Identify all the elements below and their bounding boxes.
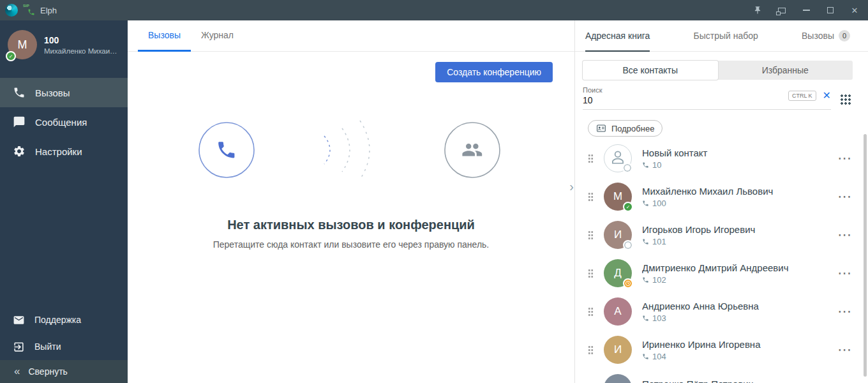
contact-number-text: 103 [652, 313, 666, 323]
contact-name: Игорьков Игорь Игоревич [642, 224, 827, 235]
filter-all-contacts[interactable]: Все контакты [583, 61, 718, 80]
contact-row[interactable]: И Игорьков Игорь Игоревич 101 ⋯ [575, 216, 868, 254]
tab-calls-right[interactable]: Вызовы 0 [802, 20, 850, 52]
contact-info: Андриенко Анна Юрьевна 103 [642, 301, 827, 323]
create-conference-button[interactable]: Создать конференцию [435, 62, 553, 82]
more-options-button[interactable]: ⋯ [837, 232, 851, 238]
shortcut-hint: CTRL K [788, 91, 816, 101]
tab-calls-label: Вызовы [802, 31, 834, 41]
more-options-button[interactable]: ⋯ [837, 193, 851, 200]
avatar-initial: А [614, 305, 621, 318]
contact-info: Игорьков Игорь Игоревич 101 [642, 224, 827, 246]
sidebar: М ✓ 100 Михайленко Михаи… Вызовы Сообщен… [0, 20, 128, 383]
sidebar-spacer [0, 166, 128, 306]
contact-row[interactable]: Новый контакт 10 ⋯ [575, 139, 868, 177]
contact-info: Дмитриенко Дмитрий Андреевич 102 [642, 262, 827, 285]
contact-avatar: И [604, 221, 632, 249]
maximize-button[interactable] [825, 4, 836, 16]
close-icon: ✕ [851, 6, 858, 15]
contact-avatar: Д [604, 259, 632, 287]
contact-info: Ириненко Ирина Игоревна 104 [642, 339, 827, 361]
contact-number: 102 [642, 275, 827, 285]
search-field[interactable]: Поиск 10 CTRL K ✕ [583, 86, 831, 110]
collapse-right-panel-button[interactable]: › [569, 180, 574, 193]
profile-extension: 100 [44, 35, 117, 45]
details-label: Подробнее [611, 124, 654, 133]
pin-icon [753, 6, 762, 15]
avatar-initial: Д [614, 267, 622, 280]
contact-row[interactable]: И Ириненко Ирина Игоревна 104 ⋯ [575, 331, 868, 369]
contact-avatar: П [604, 374, 632, 383]
collapse-label: Свернуть [28, 366, 67, 377]
contact-card-icon [596, 123, 606, 133]
dialpad-icon[interactable] [840, 94, 851, 105]
app-title: Elph [40, 6, 57, 15]
tab-speed-dial[interactable]: Быстрый набор [694, 20, 758, 52]
contact-name: Новый контакт [642, 147, 827, 158]
sidebar-item-logout[interactable]: Выйти [0, 333, 128, 360]
compact-mode-button[interactable] [776, 4, 788, 16]
contact-row[interactable]: А Андриенко Анна Юрьевна 103 ⋯ [575, 292, 868, 331]
contact-row[interactable]: М ✓ Михайленко Михаил Львович 100 ⋯ [575, 177, 868, 216]
more-options-button[interactable]: ⋯ [837, 308, 851, 315]
tab-address-book[interactable]: Адресная книга [585, 20, 650, 52]
titlebar: SIP Elph ✕ [0, 0, 868, 20]
contact-name: Петренко Пётр Петрович [642, 379, 827, 383]
minimize-button[interactable] [800, 4, 812, 16]
drag-handle-icon[interactable] [588, 154, 594, 163]
empty-state: Нет активных вызовов и конференций Перет… [128, 99, 574, 250]
contact-row[interactable]: Д Дмитриенко Дмитрий Андреевич 102 ⋯ [575, 254, 868, 292]
phone-small-icon [642, 315, 649, 322]
tab-calls[interactable]: Вызовы [138, 20, 191, 52]
sidebar-item-support[interactable]: Поддержка [0, 306, 128, 333]
close-button[interactable]: ✕ [849, 4, 860, 16]
main-tabs: Вызовы Журнал [128, 20, 574, 52]
more-options-button[interactable]: ⋯ [837, 347, 851, 353]
online-status-badge: ✓ [6, 51, 16, 61]
search-input[interactable]: 10 [583, 95, 782, 105]
sidebar-item-label: Выйти [34, 342, 61, 352]
drag-handle-icon[interactable] [588, 230, 594, 240]
scrollbar[interactable] [864, 134, 867, 377]
contact-row[interactable]: П Петренко Пётр Петрович ⋯ [575, 369, 868, 383]
contact-number-text: 104 [652, 352, 666, 361]
contact-avatar: И [604, 336, 632, 364]
contact-number: 10 [642, 160, 827, 170]
sidebar-footer: Поддержка Выйти [0, 306, 128, 360]
conference-row: Создать конференцию [128, 52, 574, 82]
status-badge [623, 240, 633, 250]
sidebar-item-messages[interactable]: Сообщения [0, 107, 128, 137]
filter-favorites[interactable]: Избранные [718, 61, 853, 80]
chevron-double-left-icon: « [14, 367, 20, 376]
pin-button[interactable] [752, 4, 763, 16]
sidebar-item-label: Сообщения [35, 117, 87, 128]
contact-number-text: 102 [652, 275, 666, 285]
contact-number-text: 10 [652, 160, 661, 170]
contact-avatar [604, 144, 632, 172]
sip-label: SIP [23, 4, 29, 8]
phone-small-icon [642, 161, 649, 169]
sidebar-item-label: Вызовы [35, 87, 70, 98]
chat-icon [13, 116, 26, 128]
sidebar-item-calls[interactable]: Вызовы [0, 78, 128, 107]
more-options-button[interactable]: ⋯ [837, 270, 851, 276]
clear-search-icon[interactable]: ✕ [823, 91, 831, 101]
sidebar-item-settings[interactable]: Настройки [0, 137, 128, 166]
search-label: Поиск [583, 86, 782, 94]
phone-small-icon [642, 276, 649, 283]
drag-handle-icon[interactable] [588, 307, 594, 317]
avatar-initial: М [613, 190, 622, 203]
collapse-sidebar-button[interactable]: « Свернуть [0, 360, 128, 383]
phone-icon [13, 86, 26, 99]
drag-handle-icon[interactable] [588, 269, 594, 278]
more-options-button[interactable]: ⋯ [837, 155, 851, 161]
drag-handle-icon[interactable] [588, 192, 594, 202]
sidebar-item-label: Поддержка [34, 315, 81, 325]
app-logo-icon [5, 4, 18, 17]
details-button[interactable]: Подробнее [588, 120, 662, 137]
user-profile[interactable]: М ✓ 100 Михайленко Михаи… [0, 20, 128, 69]
drag-handle-icon[interactable] [588, 345, 594, 355]
contact-list: Новый контакт 10 ⋯ М ✓ Михайленко Михаил… [575, 139, 868, 383]
tab-journal[interactable]: Журнал [191, 20, 244, 52]
details-row: Подробнее [588, 120, 868, 137]
